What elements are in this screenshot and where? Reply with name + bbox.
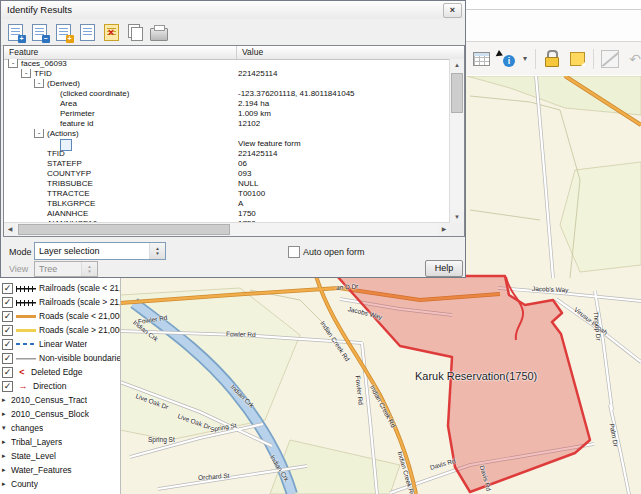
scroll-down-icon[interactable]: ▼ [450, 211, 464, 223]
mode-combobox[interactable]: Layer selection ▲▼ [34, 242, 166, 260]
view-combobox[interactable]: Tree ▲▼ [34, 261, 98, 277]
layer-item[interactable]: ✓Linear Water [0, 337, 120, 351]
tree-feature-label: TFID [34, 69, 52, 78]
expand-arrow-icon[interactable]: ▸ [2, 396, 11, 404]
tree-row[interactable]: STATEFP06 [4, 159, 450, 169]
tree-row[interactable]: (clicked coordinate)-123.376201118, 41.8… [4, 89, 450, 99]
layer-group-item[interactable]: ▸County [0, 477, 120, 491]
layer-label: Linear Water [39, 339, 87, 349]
layer-item[interactable]: ✓Non-visible boundaries [0, 351, 120, 365]
layer-label: Railroads (scale > 21,... [39, 297, 120, 307]
layer-item[interactable]: ✓<Deleted Edge [0, 365, 120, 379]
layer-checkbox[interactable]: ✓ [2, 325, 13, 336]
layer-item[interactable]: ✓Roads (scale > 21,000) [0, 323, 120, 337]
help-button[interactable]: Help [425, 260, 463, 277]
layer-item[interactable]: ✓→Direction [0, 379, 120, 393]
identify-features-icon: i [497, 51, 515, 67]
qgis-window: an D DrJacobs WayJacob's WayVirusur Impa… [0, 0, 641, 494]
tree-feature-label: TRIBSUBCE [47, 179, 93, 188]
layer-checkbox[interactable]: ✓ [2, 311, 13, 322]
scroll-left-icon[interactable]: ◀ [4, 223, 16, 236]
collapse-box-icon[interactable]: - [21, 69, 31, 78]
scroll-right-icon[interactable]: ▶ [438, 223, 450, 236]
tree-row[interactable]: AIANNHCE1750 [4, 209, 450, 219]
identify-features-button[interactable]: i [495, 47, 517, 71]
tree-row[interactable]: TFID221425114 [4, 149, 450, 159]
layer-item[interactable]: ✓Roads (scale < 21,000) [0, 309, 120, 323]
expand-arrow-icon[interactable]: ▸ [2, 410, 11, 418]
tree-value: 1750 [238, 209, 450, 219]
tree-row[interactable]: View feature form [4, 139, 450, 149]
tree-row[interactable]: -faces_06093 [4, 59, 450, 69]
layer-group-item[interactable]: ▸2010_Census_Block [0, 407, 120, 421]
tree-row[interactable]: TRIBSUBCENULL [4, 179, 450, 189]
road-yellow-symbol-icon [16, 326, 36, 335]
scrollbar-thumb[interactable] [18, 224, 230, 235]
tree-feature-label: TFID [47, 149, 65, 158]
collapse-box-icon[interactable]: - [34, 79, 44, 88]
tree-feature-label: (clicked coordinate) [60, 89, 129, 98]
layer-checkbox[interactable]: ✓ [2, 339, 13, 350]
collapse-box-icon[interactable]: - [8, 59, 18, 68]
tree-feature-label: (Derived) [47, 79, 80, 88]
tree-value: A [238, 199, 450, 209]
lock-button[interactable] [541, 47, 563, 71]
layer-item[interactable]: ✓Railroads (scale > 21,... [0, 295, 120, 309]
copy-button[interactable] [124, 21, 146, 43]
layer-group-item[interactable]: ▸State_Level [0, 449, 120, 463]
expand-tree-button[interactable]: + [4, 21, 26, 43]
expand-arrow-icon[interactable]: ▸ [2, 480, 11, 488]
layer-group-item[interactable]: ▾changes [0, 421, 120, 435]
undo-button[interactable]: ↶ [624, 47, 641, 71]
attribute-table-button[interactable] [470, 47, 492, 71]
scroll-up-icon[interactable]: ▲ [450, 59, 464, 71]
padlock-icon [545, 50, 559, 67]
layer-checkbox[interactable]: ✓ [2, 353, 13, 364]
clear-results-icon: × [104, 24, 119, 41]
layer-checkbox[interactable]: ✓ [2, 297, 13, 308]
copy-icon [128, 24, 143, 40]
column-header-value[interactable]: Value [236, 46, 263, 59]
dialog-titlebar[interactable]: Identify Results × [1, 1, 465, 20]
annotation-button[interactable] [566, 47, 588, 71]
tree-row[interactable]: -(Actions) [4, 129, 450, 139]
tree-row[interactable]: Perimeter1.009 km [4, 109, 450, 119]
layer-checkbox[interactable]: ✓ [2, 367, 13, 378]
column-header-feature[interactable]: Feature [9, 46, 38, 59]
layer-group-item[interactable]: ▸2010_Census_Tract [0, 393, 120, 407]
tree-row[interactable]: -TFID221425114 [4, 69, 450, 79]
tree-row[interactable]: feature id12102 [4, 119, 450, 129]
layer-checkbox[interactable]: ✓ [2, 381, 13, 392]
collapse-box-icon[interactable]: - [34, 129, 44, 138]
tree-row[interactable]: Area2.194 ha [4, 99, 450, 109]
layer-group-item[interactable]: ▸Tribal_Layers [0, 435, 120, 449]
auto-open-form-checkbox[interactable] [288, 246, 300, 258]
layer-item[interactable]: ✓Railroads (scale < 21,... [0, 281, 120, 295]
tree-row[interactable]: TTRACTCET00100 [4, 189, 450, 199]
toolbar-separator [535, 49, 536, 69]
tree-row[interactable]: -(Derived) [4, 79, 450, 89]
tree-feature-label: (Actions) [47, 129, 79, 138]
scrollbar-thumb[interactable] [451, 73, 463, 113]
results-tree: Feature Value -faces_06093-TFID221425114… [3, 45, 465, 237]
print-button[interactable] [148, 21, 170, 43]
open-form-button[interactable] [76, 21, 98, 43]
measure-button[interactable] [599, 47, 621, 71]
expand-arrow-icon[interactable]: ▸ [2, 438, 11, 446]
expand-arrow-icon[interactable]: ▸ [2, 452, 11, 460]
clear-results-button[interactable]: × [100, 21, 122, 43]
horizontal-scrollbar[interactable]: ◀ ▶ [4, 222, 450, 236]
layer-checkbox[interactable]: ✓ [2, 283, 13, 294]
expand-arrow-icon[interactable]: ▾ [2, 424, 11, 432]
layer-group-item[interactable]: ▸Water_Features [0, 463, 120, 477]
expand-new-results-button[interactable]: + [52, 21, 74, 43]
tree-row[interactable]: TBLKGRPCEA [4, 199, 450, 209]
close-button[interactable]: × [443, 3, 462, 18]
expand-arrow-icon[interactable]: ▸ [2, 466, 11, 474]
tree-row[interactable]: COUNTYFP093 [4, 169, 450, 179]
collapse-tree-button[interactable]: − [28, 21, 50, 43]
identify-dropdown-button[interactable]: ▾ [520, 47, 530, 71]
tree-value: T00100 [238, 189, 450, 199]
vertical-scrollbar[interactable]: ▲ ▼ [449, 59, 464, 223]
layer-label: Roads (scale < 21,000) [39, 311, 120, 321]
